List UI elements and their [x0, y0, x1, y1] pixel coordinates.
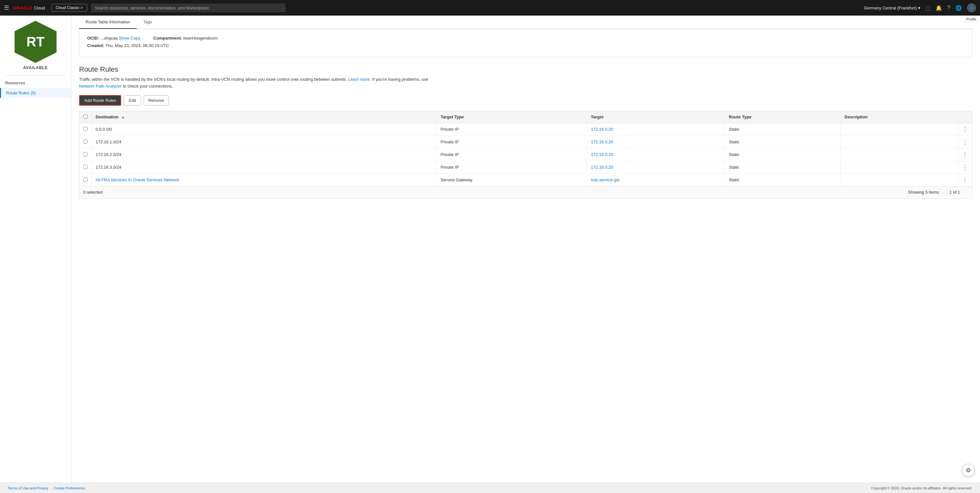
table: Destination ▲ Target Type Target Route T…: [80, 111, 972, 186]
destination-header[interactable]: Destination ▲: [92, 111, 436, 123]
row-actions-cell[interactable]: ⋮: [958, 174, 972, 186]
sidebar-item-label: Route Rules (5): [6, 91, 36, 95]
created-label: Created:: [87, 43, 104, 48]
table-footer: 0 selected Showing 5 items ‹ 1 of 1 ›: [80, 186, 972, 198]
profile-tooltip: Profile: [964, 16, 979, 22]
created-field: Created: Thu, May 23, 2024, 06:30:19 UTC: [87, 43, 964, 48]
terms-link[interactable]: Terms of Use and Privacy: [8, 486, 48, 490]
tab-route-table-information[interactable]: Route Table Information: [79, 16, 137, 29]
ocid-label: OCID:: [87, 36, 99, 40]
target-type-cell: Private IP: [436, 161, 587, 174]
help-icon[interactable]: ?: [947, 5, 950, 11]
row-actions-cell[interactable]: ⋮: [958, 123, 972, 136]
select-all-header[interactable]: [80, 111, 92, 123]
copy-link[interactable]: Copy: [130, 36, 140, 40]
edit-button[interactable]: Edit: [124, 95, 141, 105]
remove-button[interactable]: Remove: [143, 95, 169, 105]
copyright-text: Copyright © 2024, Oracle and/or its affi…: [871, 486, 972, 490]
route-type-cell: Static: [725, 136, 841, 148]
sidebar-item-route-rules[interactable]: Route Rules (5): [0, 88, 71, 98]
info-row-1: OCID: ...ohqcaq Show Copy Compartment: I…: [87, 36, 964, 43]
hamburger-icon[interactable]: ☰: [4, 4, 9, 11]
table-row: 172.16.3.0/24Private IP172.16.0.20Static…: [80, 161, 972, 174]
table-header: Destination ▲ Target Type Target Route T…: [80, 111, 972, 123]
region-selector[interactable]: Germany Central (Frankfurt) ▾: [864, 5, 920, 10]
cookies-link[interactable]: Cookie Preferences: [54, 486, 85, 490]
target-cell[interactable]: 172.16.0.20: [587, 123, 725, 136]
ocid-field: OCID: ...ohqcaq Show Copy: [87, 36, 140, 40]
oracle-cloud-label: Cloud: [34, 5, 45, 10]
table-row: All FRA Services In Oracle Services Netw…: [80, 174, 972, 186]
nav-right: Germany Central (Frankfurt) ▾ ⬚ 🔔 ? 🌐 👤: [864, 3, 976, 12]
row-checkbox-1[interactable]: [83, 139, 88, 144]
destination-cell: 172.16.3.0/24: [92, 161, 436, 174]
row-actions-menu-icon[interactable]: ⋮: [962, 152, 968, 158]
route-rules-description: Traffic within the VCN is handled by the…: [79, 76, 436, 90]
row-checkbox-3[interactable]: [83, 165, 88, 169]
target-cell[interactable]: 172.16.0.20: [587, 136, 725, 148]
cloud-classic-button[interactable]: Cloud Classic >: [51, 4, 87, 12]
globe-icon[interactable]: 🌐: [955, 5, 962, 11]
row-actions-cell[interactable]: ⋮: [958, 161, 972, 174]
target-type-cell: Private IP: [436, 136, 587, 148]
target-cell[interactable]: hub-service-gw: [587, 174, 725, 186]
route-rules-table: Destination ▲ Target Type Target Route T…: [79, 111, 972, 198]
chevron-down-icon: ▾: [918, 5, 920, 10]
help-widget[interactable]: ⚙: [962, 464, 975, 477]
network-path-analyzer-link[interactable]: Network Path Analyzer: [79, 84, 122, 89]
search-input[interactable]: [91, 3, 285, 12]
status-badge: AVAILABLE: [0, 65, 71, 70]
avatar[interactable]: 👤: [967, 3, 976, 12]
row-actions-cell[interactable]: ⋮: [958, 148, 972, 161]
target-cell[interactable]: 172.16.0.20: [587, 148, 725, 161]
created-value: Thu, May 23, 2024, 06:30:19 UTC: [105, 43, 169, 48]
target-type-cell: Private IP: [436, 148, 587, 161]
select-all-checkbox[interactable]: [83, 115, 88, 119]
row-actions-menu-icon[interactable]: ⋮: [962, 139, 968, 145]
resources-section-title: Resources: [0, 78, 71, 88]
selected-count: 0 selected: [83, 190, 102, 195]
region-label: Germany Central (Frankfurt): [864, 5, 917, 10]
target-cell[interactable]: 172.16.0.20: [587, 161, 725, 174]
main-content: Route Table Information Tags OCID: ...oh…: [71, 16, 980, 483]
row-checkbox-2[interactable]: [83, 152, 88, 156]
description-header[interactable]: Description: [840, 111, 958, 123]
description-cell: [840, 136, 958, 148]
row-actions-cell[interactable]: ⋮: [958, 136, 972, 148]
target-type-header[interactable]: Target Type: [436, 111, 587, 123]
row-checkbox-4[interactable]: [83, 177, 88, 182]
help-widget-icon: ⚙: [966, 467, 971, 474]
next-page-button[interactable]: ›: [963, 189, 968, 196]
route-type-cell: Static: [725, 161, 841, 174]
route-type-cell: Static: [725, 123, 841, 136]
row-checkbox-0[interactable]: [83, 127, 88, 131]
description-cell: [840, 148, 958, 161]
oracle-logo-text: ORACLE: [13, 5, 33, 10]
learn-more-link[interactable]: Learn more.: [348, 77, 371, 82]
sort-arrow-icon: ▲: [121, 115, 125, 120]
main-layout: RT AVAILABLE Resources Route Rules (5) R…: [0, 16, 980, 483]
bell-icon[interactable]: 🔔: [935, 5, 942, 11]
route-rules-title: Route Rules: [79, 65, 972, 73]
compartment-label: Compartment:: [153, 36, 182, 40]
add-route-rules-button[interactable]: Add Route Rules: [79, 95, 121, 106]
target-type-cell: Private IP: [436, 123, 587, 136]
route-table-icon: RT: [14, 21, 57, 63]
destination-cell[interactable]: All FRA Services In Oracle Services Netw…: [92, 174, 436, 186]
show-link[interactable]: Show: [119, 36, 130, 40]
console-icon[interactable]: ⬚: [926, 5, 931, 11]
row-actions-menu-icon[interactable]: ⋮: [962, 126, 968, 132]
row-actions-menu-icon[interactable]: ⋮: [962, 164, 968, 171]
target-header[interactable]: Target: [587, 111, 725, 123]
row-actions-menu-icon[interactable]: ⋮: [962, 177, 968, 183]
tab-tags[interactable]: Tags: [137, 16, 159, 29]
page-footer: Terms of Use and Privacy Cookie Preferen…: [0, 483, 980, 493]
prev-page-button[interactable]: ‹: [942, 189, 947, 196]
route-type-cell: Static: [725, 148, 841, 161]
destination-cell: 172.16.1.0/24: [92, 136, 436, 148]
route-type-header[interactable]: Route Type: [725, 111, 841, 123]
destination-cell: 0.0.0.0/0: [92, 123, 436, 136]
target-type-cell: Service Gateway: [436, 174, 587, 186]
oracle-logo: ORACLE Cloud: [13, 5, 45, 10]
route-type-cell: Static: [725, 174, 841, 186]
